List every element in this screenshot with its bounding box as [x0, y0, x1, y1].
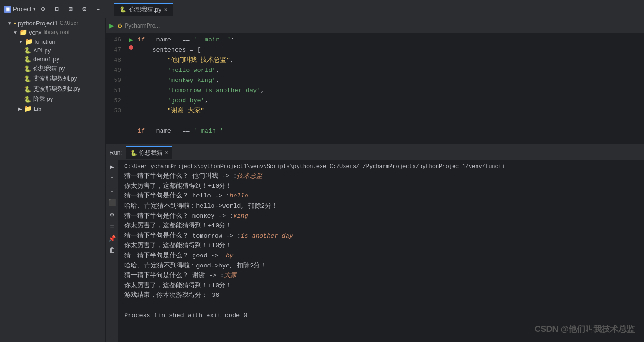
code-line-empty [106, 116, 644, 126]
run-pin-btn[interactable]: 📌 [107, 233, 117, 243]
code-content-49: 'hello world', [136, 65, 219, 75]
code-content-53: "谢谢 大家" [136, 106, 204, 116]
line-num-53: 53 [106, 106, 126, 116]
line-num-50: 50 [106, 75, 126, 86]
line-num-48: 48 [106, 55, 126, 65]
user-input-3: hello [230, 192, 248, 199]
file-name-api: API.py [33, 47, 51, 54]
settings-icon[interactable]: ⚙ [80, 5, 88, 13]
breakpoint-47 [129, 45, 133, 50]
sidebar-item-venv[interactable]: ▼ 📁 venv library root [0, 28, 105, 37]
project-label[interactable]: ▣ Project ▾ [4, 6, 36, 13]
run-panel: Run: 🐍 你想我猜 × ▶ ↑ ↓ ⬛ ⚙ ≡ 📌 🗑 [106, 144, 644, 342]
venv-type: library root [43, 29, 69, 35]
py-file-icon-3: 🐍 [24, 65, 31, 72]
editor-area: ▶ ⚙ PycharmPro... 46 ▶ if __name__ == '_… [106, 18, 644, 342]
run-play-btn[interactable]: ▶ [107, 162, 117, 172]
venv-label: venv [29, 29, 41, 36]
nav-icon-3[interactable]: ⊠ [66, 5, 75, 13]
debug-button[interactable]: ⚙ [118, 21, 122, 30]
user-input-11: 大家 [224, 272, 237, 279]
user-input-5: king [233, 213, 248, 220]
run-tab-close[interactable]: × [165, 150, 168, 156]
output-line-3: 猜一猜下半句是什么？ hello -> :hello [124, 191, 638, 201]
py-file-icon-2: 🐍 [24, 56, 31, 63]
code-line-46: 46 ▶ if __name__ == '__main__': [106, 35, 644, 45]
project-path: C:\User [60, 20, 79, 26]
code-content-52: 'good bye', [136, 96, 208, 106]
lib-label: Lib [34, 105, 41, 112]
run-output[interactable]: C:\User ycharmProjects\pythonProject1\ve… [119, 160, 644, 342]
sidebar-file-factorial[interactable]: 🐍 阶乘.py [0, 94, 105, 104]
output-line-9: 猜一猜下半句是什么？ good -> :by [124, 251, 638, 261]
run-panel-header: Run: 🐍 你想我猜 × [106, 145, 644, 160]
tab-active-file[interactable]: 🐍 你想我猜.py × [114, 3, 172, 16]
gutter-46: ▶ [126, 35, 136, 45]
run-tab-icon: 🐍 [130, 150, 137, 156]
title-bar: ▣ Project ▾ ⊕ ⊟ ⊠ ⚙ – 🐍 你想我猜.py × [0, 0, 644, 18]
csdn-watermark: CSDN @他们叫我技术总监 [535, 324, 635, 335]
prompt-7: 猜一猜下半句是什么？ tomorrow -> : [124, 232, 241, 239]
user-input-7: is another day [241, 232, 293, 239]
output-line-6: 你太厉害了，这都能猜得到！+10分！ [124, 221, 638, 231]
title-controls: ⊕ ⊟ ⊠ ⚙ – [39, 5, 102, 13]
code-line-bottom: if __name__ == '_main_' [106, 126, 644, 136]
folder-icon-function: 📁 [25, 38, 33, 45]
code-line-49: 49 'hello world', [106, 65, 644, 75]
run-filter-btn[interactable]: ≡ [107, 221, 117, 232]
file-name-guessing: 你想我猜.py [33, 64, 65, 73]
project-dropdown-icon[interactable]: ▾ [33, 6, 36, 12]
nav-icon-2[interactable]: ⊟ [52, 5, 61, 13]
folder-icon-lib: 📁 [24, 105, 32, 112]
code-editor[interactable]: 46 ▶ if __name__ == '__main__': 47 sente… [106, 33, 644, 144]
py-file-icon-4: 🐍 [24, 75, 31, 82]
sidebar: ▼ ▪ pythonProject1 C:\User ▼ 📁 venv libr… [0, 18, 106, 342]
code-line-52: 52 'good bye', [106, 96, 644, 106]
line-num-47: 47 [106, 45, 126, 55]
run-down-btn[interactable]: ↓ [107, 185, 117, 196]
line-num-46: 46 [106, 35, 126, 45]
main-area: ▼ ▪ pythonProject1 C:\User ▼ 📁 venv libr… [0, 18, 644, 342]
nav-icon-1[interactable]: ⊕ [39, 5, 47, 13]
expand-arrow-venv: ▼ [13, 30, 17, 35]
run-up-btn[interactable]: ↑ [107, 174, 117, 184]
sidebar-item-function-folder[interactable]: ▼ 📁 function [0, 37, 105, 46]
code-line-50: 50 'monkey king', [106, 75, 644, 86]
code-line-51: 51 'tomorrow is another day', [106, 86, 644, 96]
output-line-5: 猜一猜下半句是什么？ monkey -> :king [124, 211, 638, 221]
tab-filename: 你想我猜.py [129, 6, 161, 14]
file-name-fib1: 斐波那契数列.py [33, 75, 77, 83]
output-line-1: 猜一猜下半句是什么？ 他们叫我 -> :技术总监 [124, 171, 638, 181]
sidebar-file-guessing[interactable]: 🐍 你想我猜.py [0, 64, 105, 74]
folder-icon-venv: 📁 [19, 29, 27, 36]
prompt-11: 猜一猜下半句是什么？ 谢谢 -> : [124, 272, 224, 279]
run-tab-name: 你想我猜 [139, 149, 163, 157]
line-num-49: 49 [106, 65, 126, 75]
sidebar-file-api[interactable]: 🐍 API.py [0, 46, 105, 55]
run-tab[interactable]: 🐍 你想我猜 × [126, 146, 172, 159]
run-label: Run: [109, 149, 122, 156]
sidebar-file-fib2[interactable]: 🐍 斐波那契数列2.py [0, 84, 105, 94]
sidebar-item-project-root[interactable]: ▼ ▪ pythonProject1 C:\User [0, 18, 105, 28]
run-settings-btn[interactable]: ⚙ [107, 209, 117, 220]
code-content-50: 'monkey king', [136, 75, 219, 86]
run-stop-btn[interactable]: ⬛ [107, 197, 117, 208]
sidebar-item-lib[interactable]: ▶ 📁 Lib [0, 104, 105, 113]
run-trash-btn[interactable]: 🗑 [107, 245, 117, 255]
tab-close-btn[interactable]: × [164, 6, 167, 13]
output-process-line: Process finished with exit code 0 [124, 311, 638, 321]
code-content-48: "他们叫我 技术总监", [136, 55, 234, 65]
prompt-1: 猜一猜下半句是什么？ 他们叫我 -> : [124, 173, 237, 180]
run-button[interactable]: ▶ [109, 21, 114, 30]
tab-bar: 🐍 你想我猜.py × [114, 3, 172, 16]
file-name-fib2: 斐波那契数列2.py [33, 85, 80, 93]
expand-arrow-lib: ▶ [18, 106, 22, 111]
py-file-icon-6: 🐍 [24, 96, 31, 103]
py-file-icon-5: 🐍 [24, 86, 31, 93]
sidebar-file-demo1[interactable]: 🐍 demo1.py [0, 55, 105, 64]
user-input-9: by [226, 252, 233, 259]
minimize-icon[interactable]: – [94, 5, 102, 13]
sidebar-file-fib1[interactable]: 🐍 斐波那契数列.py [0, 74, 105, 84]
run-side-icons: ▶ ↑ ↓ ⬛ ⚙ ≡ 📌 🗑 [106, 160, 119, 342]
run-content-area: ▶ ↑ ↓ ⬛ ⚙ ≡ 📌 🗑 C:\User ycharmProjects\p… [106, 160, 644, 342]
